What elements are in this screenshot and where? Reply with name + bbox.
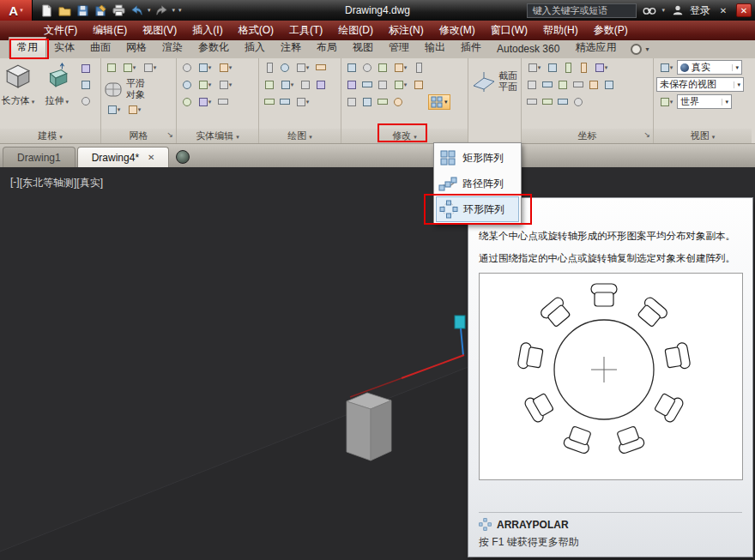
panel-label-view[interactable]: 视图	[654, 129, 752, 143]
user-icon[interactable]	[670, 3, 685, 18]
stretch-icon[interactable]	[390, 78, 411, 92]
solidedit-taper-icon[interactable]	[215, 61, 236, 75]
ribbon-tab-manage[interactable]: 管理	[381, 38, 417, 58]
ucs-y-icon[interactable]	[540, 95, 555, 109]
section-plane-button[interactable]: 截面 平面	[468, 58, 521, 93]
panel-label-draw[interactable]: 绘图	[259, 129, 341, 143]
ucs-x-icon[interactable]	[524, 95, 540, 109]
ribbon-tab-insert[interactable]: 插入	[237, 38, 273, 58]
close-icon[interactable]: ✕	[736, 3, 752, 17]
polygon-icon[interactable]	[262, 95, 277, 109]
point-icon[interactable]	[293, 95, 313, 109]
ucs-object-icon[interactable]	[555, 78, 571, 92]
binoculars-search-icon[interactable]	[642, 3, 656, 18]
viewport-menu-control[interactable]: [-]	[10, 176, 20, 190]
named-views-combo[interactable]: 未保存的视图	[656, 77, 744, 92]
ribbon-tab-home[interactable]: 常用	[9, 37, 46, 58]
spline-icon[interactable]	[298, 78, 313, 92]
undo-dropdown-icon[interactable]: ▾	[148, 7, 151, 14]
ucs-3point-icon[interactable]	[586, 78, 601, 92]
ribbon-tab-render[interactable]: 渲染	[154, 38, 190, 58]
ribbon-tab-view[interactable]: 视图	[345, 38, 381, 58]
fillet-icon[interactable]	[390, 61, 411, 75]
menu-window[interactable]: 窗口(W)	[483, 21, 535, 40]
mirror-icon[interactable]	[359, 78, 375, 92]
mesh-crease-icon[interactable]	[124, 103, 145, 117]
ribbon-cycle-icon[interactable]	[631, 44, 642, 55]
dialog-launcher-icon[interactable]: ↘	[643, 128, 650, 142]
open-folder-icon[interactable]	[57, 3, 72, 18]
scale-icon[interactable]	[375, 78, 390, 92]
doc-tab-drawing1[interactable]: Drawing1	[3, 147, 76, 167]
ucs-combo[interactable]: 世界	[677, 94, 732, 109]
polyline-icon[interactable]	[262, 78, 277, 92]
erase-icon[interactable]	[411, 61, 426, 75]
new-file-icon[interactable]	[39, 3, 54, 18]
ucs-named-icon[interactable]	[601, 78, 617, 92]
login-link[interactable]: 登录	[690, 3, 710, 18]
panel-label-solid-editing[interactable]: 实体编辑	[177, 129, 258, 143]
menu-item-polar-array[interactable]: 环形阵列	[436, 196, 519, 222]
union-icon[interactable]	[179, 61, 195, 75]
presspull-icon[interactable]	[78, 78, 94, 92]
menu-item-path-array[interactable]: 路径阵列	[436, 171, 519, 196]
solidedit-shell-icon[interactable]	[215, 78, 236, 92]
exchange-apps-icon[interactable]: ✕	[716, 3, 731, 17]
ucs-apply-icon[interactable]	[571, 95, 586, 109]
save-as-icon[interactable]	[94, 3, 108, 18]
arc-icon[interactable]	[293, 61, 313, 75]
ribbon-tab-output[interactable]: 输出	[417, 38, 453, 58]
panel-label-modify[interactable]: 修改	[341, 129, 468, 143]
move-icon[interactable]	[344, 61, 359, 75]
search-input[interactable]	[527, 3, 637, 18]
search-dropdown-icon[interactable]: ▾	[661, 7, 665, 14]
ribbon-tab-parametric[interactable]: 参数化	[190, 38, 237, 58]
menu-item-rect-array[interactable]: 矩形阵列	[436, 145, 519, 171]
panel-label-mesh[interactable]: 网格↘	[101, 129, 176, 143]
trim-icon[interactable]	[375, 61, 390, 75]
redo-icon[interactable]	[154, 3, 169, 18]
app-menu-button[interactable]: A ▾	[0, 0, 33, 21]
rotate-icon[interactable]	[359, 61, 375, 75]
ucs-face-icon[interactable]	[571, 78, 586, 92]
mesh-refine-icon[interactable]	[140, 61, 160, 75]
lengthen-icon[interactable]	[375, 95, 390, 109]
ribbon-tab-surface[interactable]: 曲面	[82, 38, 118, 58]
ucs-view-icon[interactable]	[591, 61, 612, 75]
ribbon-tab-featured-apps[interactable]: 精选应用	[567, 38, 624, 58]
intersect-icon[interactable]	[179, 95, 195, 109]
ribbon-tab-autodesk360[interactable]: Autodesk 360	[489, 40, 567, 58]
ucs-world-icon[interactable]	[545, 61, 560, 75]
revolve-icon[interactable]	[78, 94, 94, 108]
visual-style-combo[interactable]: 真实	[677, 60, 742, 75]
array-button[interactable]	[428, 94, 450, 110]
rectangle-icon[interactable]	[313, 61, 329, 75]
explode-icon[interactable]	[344, 95, 359, 109]
solidedit-fillet-icon[interactable]	[195, 61, 215, 75]
region-icon[interactable]	[277, 95, 293, 109]
dialog-launcher-icon[interactable]: ↘	[166, 128, 173, 142]
solid-box[interactable]	[347, 393, 391, 461]
subtract-icon[interactable]	[179, 78, 195, 92]
ucs-gizmo-z-icon[interactable]	[455, 316, 465, 328]
viewport-visual-style-control[interactable]: [真实]	[76, 176, 103, 190]
ribbon-tab-annotate[interactable]: 注释	[273, 38, 309, 58]
viewport-view-control[interactable]: [东北等轴测]	[20, 176, 77, 190]
polysolid-icon[interactable]	[78, 62, 94, 75]
panel-label-modeling[interactable]: 建模	[0, 129, 100, 143]
redo-dropdown-icon[interactable]: ▾	[172, 7, 176, 14]
ellipse-icon[interactable]	[277, 78, 298, 92]
join-icon[interactable]	[359, 95, 375, 109]
close-tab-icon[interactable]: ✕	[148, 153, 154, 162]
view-style-icon[interactable]	[656, 61, 677, 75]
ribbon-tab-layout[interactable]: 布局	[309, 38, 345, 58]
solidedit-check-icon[interactable]	[195, 95, 215, 109]
solidedit-separate-icon[interactable]	[195, 78, 215, 92]
mesh-primitives-icon[interactable]	[119, 61, 140, 75]
new-drawing-icon[interactable]	[176, 150, 190, 164]
copy-icon[interactable]	[344, 78, 359, 92]
hatch-icon[interactable]	[313, 78, 329, 92]
slice-icon[interactable]	[215, 95, 231, 109]
mesh-box-icon[interactable]	[104, 61, 119, 75]
plot-icon[interactable]	[112, 3, 126, 18]
